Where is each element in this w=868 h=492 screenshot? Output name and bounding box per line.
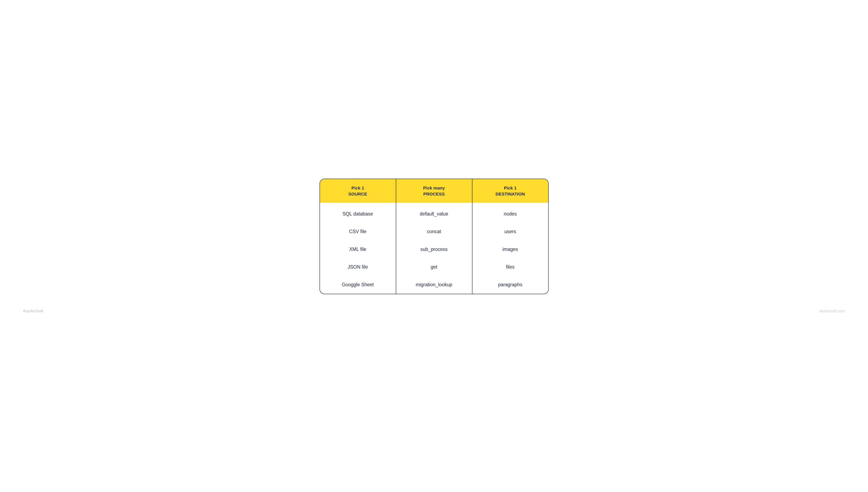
column-source: SQL database CSV file XML file JSON file…: [320, 203, 396, 294]
process-item: get: [400, 264, 468, 270]
process-item: migration_lookup: [400, 282, 468, 288]
header-process-line1: Pick many: [423, 186, 445, 190]
source-item: JSON file: [324, 264, 392, 270]
table-body: SQL database CSV file XML file JSON file…: [320, 203, 548, 294]
header-process-line2: PROCESS: [423, 192, 445, 196]
destination-item: users: [477, 229, 544, 235]
footer-url: anyforsoft.com: [819, 309, 845, 313]
header-destination-line2: DESTINATION: [496, 192, 525, 196]
header-source-line1: Pick 1: [352, 186, 364, 190]
header-destination-line1: Pick 1: [504, 186, 516, 190]
destination-item: images: [477, 247, 544, 252]
destination-item: nodes: [477, 211, 544, 217]
process-item: concat: [400, 229, 468, 235]
source-item: Googgle Sheet: [324, 282, 392, 288]
source-item: XML file: [324, 247, 392, 252]
destination-item: paragraphs: [477, 282, 544, 288]
column-process: default_value concat sub_process get mig…: [396, 203, 473, 294]
header-source-line2: SOURCE: [348, 192, 367, 196]
header-process: Pick many PROCESS: [396, 179, 473, 203]
header-source: Pick 1 SOURCE: [320, 179, 396, 203]
table-header-row: Pick 1 SOURCE Pick many PROCESS Pick 1 D…: [320, 179, 548, 203]
process-item: sub_process: [400, 247, 468, 252]
source-item: CSV file: [324, 229, 392, 235]
destination-item: files: [477, 264, 544, 270]
source-item: SQL database: [324, 211, 392, 217]
footer-brand: AnyforSoft: [23, 309, 43, 313]
footer: AnyforSoft anyforsoft.com: [17, 309, 851, 313]
column-destination: nodes users images files paragraphs: [473, 203, 548, 294]
header-destination: Pick 1 DESTINATION: [473, 179, 548, 203]
migration-table: Pick 1 SOURCE Pick many PROCESS Pick 1 D…: [319, 179, 549, 294]
process-item: default_value: [400, 211, 468, 217]
